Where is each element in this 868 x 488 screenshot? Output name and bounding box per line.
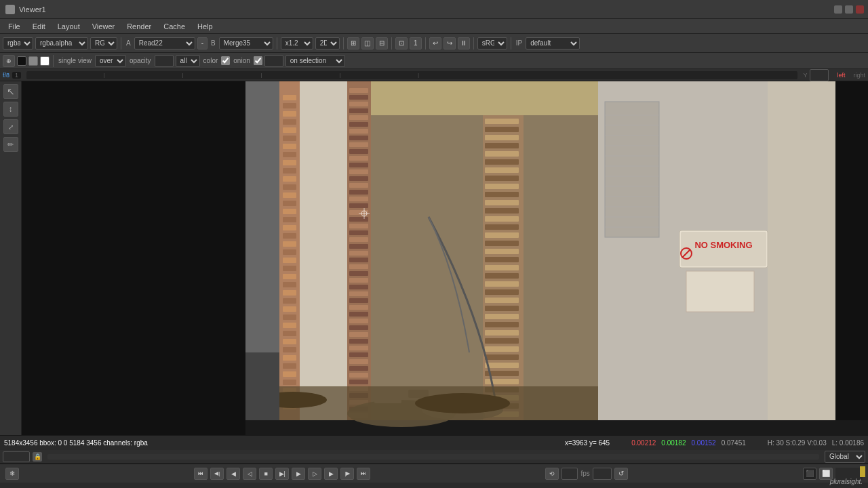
mode-select[interactable]: 2D <box>315 37 340 49</box>
srgb-select[interactable]: sRGB <box>477 37 507 49</box>
window-title: Viewer1 <box>19 5 46 14</box>
fps-label: fps <box>580 470 589 477</box>
frame-count-input[interactable]: 10 <box>561 468 578 480</box>
transform-tool[interactable]: ⤢ <box>3 119 18 134</box>
warp-tool[interactable]: ↕ <box>3 102 18 117</box>
play-pause-btn[interactable]: ▶| <box>275 468 289 480</box>
ste-btn[interactable]: ⊟ <box>376 37 388 49</box>
l-info: L: 0.00186 <box>832 439 864 447</box>
svg-rect-60 <box>349 176 368 181</box>
image-info: 5184x3456 bbox: 0 0 5184 3456 channels: … <box>4 439 148 447</box>
prev-keyframe-btn[interactable]: ◀| <box>210 468 224 480</box>
refresh-btn[interactable]: ↺ <box>614 468 628 480</box>
zoom-1-btn[interactable]: 1 <box>410 37 422 49</box>
stop-btn[interactable]: ■ <box>259 468 273 480</box>
menu-viewer[interactable]: Viewer <box>87 21 120 32</box>
main-area: ↖ ↕ ⤢ ✏ <box>0 81 868 435</box>
viewer-image: NO SMOKING <box>22 81 868 435</box>
svg-rect-41 <box>283 371 296 377</box>
svg-rect-37 <box>283 339 296 344</box>
frame-number-input[interactable]: 1 <box>3 451 30 462</box>
color-black[interactable] <box>17 56 26 66</box>
svg-rect-89 <box>349 373 368 378</box>
fps-input[interactable]: 24 <box>593 468 612 480</box>
lock-btn[interactable]: 🔒 <box>33 452 42 462</box>
sep3 <box>343 37 344 49</box>
channel-select[interactable]: rgba <box>3 37 33 49</box>
frame-input-timeline[interactable]: 1 <box>810 69 829 81</box>
prev-frame-btn[interactable]: ◀ <box>226 468 240 480</box>
wipe-btn[interactable]: ⊞ <box>347 37 359 49</box>
r-value: 0.00212 <box>631 439 656 447</box>
color-checkbox[interactable] <box>221 56 230 65</box>
sep6 <box>473 37 474 49</box>
svg-rect-31 <box>283 290 296 296</box>
frame-slider[interactable] <box>47 454 819 460</box>
svg-rect-19 <box>283 192 296 198</box>
viewer[interactable]: NO SMOKING <box>22 81 868 435</box>
win-min-btn[interactable] <box>834 5 842 14</box>
timeline-ruler[interactable]: | | | | | <box>26 71 797 79</box>
menu-file[interactable]: File <box>3 21 26 32</box>
menu-cache[interactable]: Cache <box>158 21 191 32</box>
app-icon <box>5 5 15 14</box>
menu-render[interactable]: Render <box>121 21 157 32</box>
svg-rect-80 <box>349 312 368 317</box>
frame-marker: f/8 <box>3 72 9 79</box>
comp-btn[interactable]: ◫ <box>361 37 374 49</box>
undo-btn[interactable]: ↪ <box>443 37 456 49</box>
prev-view-btn[interactable]: ↩ <box>429 37 441 49</box>
loop-btn[interactable]: ⟲ <box>545 468 559 480</box>
a-value: 0.07451 <box>722 439 746 447</box>
merge-select[interactable]: Merge35 <box>219 37 273 49</box>
next-frame-btn[interactable]: ▷ <box>308 468 321 480</box>
alpha-select[interactable]: rgba.alpha <box>35 37 88 49</box>
opacity-input[interactable]: 1 <box>155 55 174 67</box>
menu-layout[interactable]: Layout <box>52 21 85 32</box>
zoom-select[interactable]: x1.2 <box>281 37 313 49</box>
color-white[interactable] <box>40 56 50 66</box>
b-value: 0.00152 <box>692 439 716 447</box>
color-gray[interactable] <box>28 56 38 66</box>
prev-frame2-btn[interactable]: ◁ <box>243 468 256 480</box>
onion-checkbox[interactable] <box>254 56 262 65</box>
sep7 <box>511 37 511 49</box>
svg-rect-52 <box>349 122 368 127</box>
minus-btn[interactable]: - <box>197 37 208 49</box>
menu-edit[interactable]: Edit <box>27 21 51 32</box>
last-frame-btn[interactable]: ⏭ <box>357 468 370 480</box>
play-btn[interactable]: ▶ <box>292 468 305 480</box>
svg-rect-73 <box>349 264 368 269</box>
on-selection-select[interactable]: on selection <box>285 55 345 67</box>
display-select[interactable]: RGB <box>90 37 117 49</box>
read-select[interactable]: Read22 <box>134 37 195 49</box>
tool-reset-btn[interactable]: ⊕ <box>3 55 15 67</box>
blend-select[interactable]: over <box>95 55 126 67</box>
svg-rect-113 <box>485 249 519 254</box>
all-select[interactable]: all <box>176 55 200 67</box>
first-frame-btn[interactable]: ⏮ <box>194 468 208 480</box>
zoom-fit-btn[interactable]: ⊡ <box>395 37 408 49</box>
pluralsight-area: pluralsight. <box>830 478 863 485</box>
svg-rect-18 <box>283 184 296 190</box>
left-tools-panel: ↖ ↕ ⤢ ✏ <box>0 81 22 435</box>
svg-rect-90 <box>349 380 368 384</box>
arrow-tool[interactable]: ↖ <box>3 84 18 99</box>
next-btn[interactable]: ▶ <box>324 468 338 480</box>
win-max-btn[interactable] <box>845 5 853 14</box>
global-select[interactable]: Global <box>825 451 865 463</box>
viewer-toggle-btn[interactable]: ⬛ <box>803 468 816 480</box>
win-close-btn[interactable] <box>856 5 864 14</box>
snowflake-btn[interactable]: ❄ <box>5 468 19 480</box>
svg-rect-38 <box>283 347 296 352</box>
window-controls <box>834 5 864 14</box>
pause-btn[interactable]: ⏸ <box>458 37 470 49</box>
svg-rect-54 <box>349 136 368 140</box>
sep8 <box>53 55 54 67</box>
profile-select[interactable]: default <box>526 37 580 49</box>
onion-value-input[interactable]: 0.5 <box>264 55 283 67</box>
paint-tool[interactable]: ✏ <box>3 137 18 152</box>
svg-rect-26 <box>283 249 296 255</box>
next-key-btn[interactable]: |▶ <box>340 468 354 480</box>
menu-help[interactable]: Help <box>192 21 218 32</box>
